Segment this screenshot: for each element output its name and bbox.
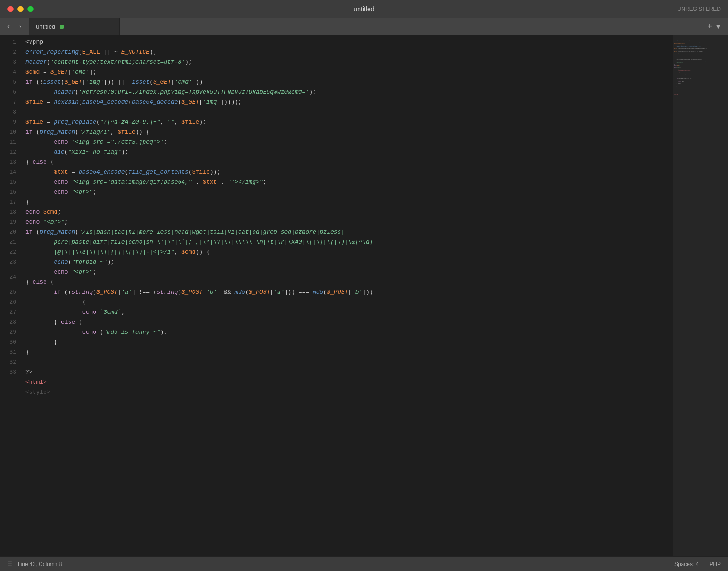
line-num-33: 33 [0,367,16,377]
line-num-22: 22 [0,247,16,257]
tab-nav-right-icon[interactable]: › [15,21,25,33]
close-button[interactable] [7,6,14,12]
code-line-21: echo("forbid ~"); [22,257,673,267]
indent-icon: ☰ [7,561,12,567]
tab-list-icon[interactable]: ▼ [716,22,721,31]
line-num-20: 20 [0,227,16,237]
language-indicator[interactable]: PHP [709,561,721,567]
code-line-6: header('Refresh:0;url=./index.php?img=TX… [22,87,673,97]
code-line-14: $txt = base64_encode(file_get_contents($… [22,167,673,177]
code-line-5: if (!isset($_GET['img'])) || !isset($_GE… [22,77,673,87]
line-num-24: 24 [0,267,16,287]
line-num-12: 12 [0,147,16,157]
spaces-indicator[interactable]: Spaces: 4 [674,561,698,567]
code-line-27: echo ("md5 is funny ~"); [22,327,673,337]
code-line-10: if (preg_match("/flag/i", $file)) { [22,127,673,137]
cursor-position: Line 43, Column 8 [18,561,62,567]
code-line-2: error_reporting(E_ALL || ~ E_NOTICE); [22,47,673,57]
code-line-19: echo "<br>"; [22,217,673,227]
line-num-9: 9 [0,117,16,127]
minimize-button[interactable] [17,6,24,12]
line-num-18: 18 [0,207,16,217]
line-num-14: 14 [0,167,16,177]
main-container: 1 2 3 4 5 6 7 8 9 10 11 12 13 14 15 16 1… [0,35,728,556]
line-num-19: 19 [0,217,16,227]
line-num-7: 7 [0,97,16,107]
tab-nav-left-icon[interactable]: ‹ [4,21,14,33]
code-line-32: <html> [22,377,673,387]
line-num-10: 10 [0,127,16,137]
line-num-17: 17 [0,197,16,207]
minimap: error_reporting(E_ALL || ~ E_NOTICE); he… [673,35,728,556]
traffic-lights [7,6,34,12]
code-line-26: } else { [22,317,673,327]
title-bar: untitled UNREGISTERED [0,0,728,18]
line-numbers: 1 2 3 4 5 6 7 8 9 10 11 12 13 14 15 16 1… [0,35,22,556]
code-line-9: $file = preg_replace("/[^a-zA-Z0-9.]+", … [22,117,673,127]
line-num-21: 21 [0,237,16,247]
line-num-2: 2 [0,47,16,57]
line-num-27: 27 [0,307,16,317]
tab-label: untitled [36,23,55,30]
tab-actions: + ▼ [707,22,728,31]
tab-untitled[interactable]: untitled [29,18,120,35]
maximize-button[interactable] [27,6,34,12]
tab-bar: ‹ › untitled + ▼ [0,18,728,35]
line-num-25: 25 [0,287,16,297]
code-line-3: header('content-type:text/html;charset=u… [22,57,673,67]
line-num-29: 29 [0,327,16,337]
window-title: untitled [354,5,374,13]
code-line-1: <?php [22,37,673,47]
code-line-24: if ((string)$_POST['a'] !== (string)$_PO… [22,287,673,307]
code-line-30 [22,357,673,367]
line-num-15: 15 [0,177,16,187]
code-line-13: } else { [22,157,673,167]
line-num-30: 30 [0,337,16,347]
line-num-23: 23 [0,257,16,267]
line-num-1: 1 [0,37,16,47]
line-num-4: 4 [0,67,16,77]
code-line-23: } else { [22,277,673,287]
code-line-12: die("xixi~ no flag"); [22,147,673,157]
tab-modified-dot [60,25,64,29]
line-num-31: 31 [0,347,16,357]
code-line-16: echo "<br>"; [22,187,673,197]
code-line-28: } [22,337,673,347]
line-num-5: 5 [0,77,16,87]
code-line-7: $file = hex2bin(base64_decode(base64_dec… [22,97,673,107]
line-num-6: 6 [0,87,16,97]
code-line-29: } [22,347,673,357]
code-line-11: echo '<img src ="./ctf3.jpeg">'; [22,137,673,147]
line-num-28: 28 [0,317,16,327]
status-left: ☰ Line 43, Column 8 [7,561,62,567]
unregistered-label: UNREGISTERED [678,6,721,12]
code-line-4: $cmd = $_GET['cmd']; [22,67,673,77]
code-line-20: if (preg_match("/ls|bash|tac|nl|more|les… [22,227,673,257]
code-line-33: <style> [22,387,673,397]
status-right: Spaces: 4 PHP [674,561,721,567]
line-num-13: 13 [0,157,16,167]
code-line-15: echo "<img src='data:image/gif;base64," … [22,177,673,187]
line-num-32: 32 [0,357,16,367]
code-line-22: echo "<br>"; [22,267,673,277]
line-num-3: 3 [0,57,16,67]
code-line-17: } [22,197,673,207]
line-num-16: 16 [0,187,16,197]
code-line-31: ?> [22,367,673,377]
status-bar: ☰ Line 43, Column 8 Spaces: 4 PHP [0,556,728,571]
line-num-26: 26 [0,297,16,307]
line-num-11: 11 [0,137,16,147]
code-line-18: echo $cmd; [22,207,673,217]
line-num-8: 8 [0,107,16,117]
code-line-25: echo `$cmd`; [22,307,673,317]
new-tab-icon[interactable]: + [707,22,712,31]
code-line-8 [22,107,673,117]
code-editor[interactable]: <?php error_reporting(E_ALL || ~ E_NOTIC… [22,35,673,556]
